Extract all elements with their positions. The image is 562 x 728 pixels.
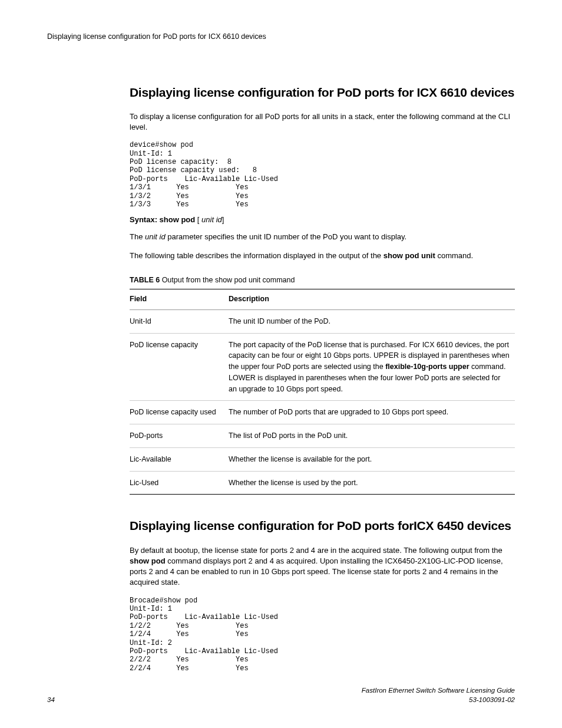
cell-desc: The list of PoD ports in the PoD unit. [229, 424, 515, 448]
table-intro: The following table describes the inform… [130, 251, 515, 261]
desc-bold: flexible-10g-ports upper [385, 363, 469, 371]
cell-desc: Whether the license is available for the… [229, 447, 515, 471]
cell-field: Lic-Used [130, 471, 229, 495]
section2-intro: By default at bootup, the license state … [130, 545, 515, 588]
table-intro-bold: show pod unit [384, 251, 435, 260]
cell-field: PoD license capacity used [130, 401, 229, 424]
cell-field: Lic-Available [130, 447, 229, 471]
footer-docnum: 53-1003091-02 [362, 695, 515, 704]
desc-pre: The unit ID number of the PoD. [229, 317, 330, 325]
section1-intro: To display a license configuration for a… [130, 111, 515, 133]
running-header: Displaying license configuration for PoD… [47, 32, 515, 42]
page-footer: 34 FastIron Ethernet Switch Software Lic… [47, 686, 515, 704]
table-row: PoD-ports The list of PoD ports in the P… [130, 424, 515, 448]
s2-intro-bold: show pod [130, 556, 166, 565]
syntax-arg: unit id [201, 215, 222, 224]
cell-field: Unit-Id [130, 309, 229, 333]
syntax-line: Syntax: show pod [ unit id] [130, 215, 515, 225]
table-row: Lic-Available Whether the license is ava… [130, 447, 515, 471]
table-row: Unit-Id The unit ID number of the PoD. [130, 309, 515, 333]
cell-desc: The port capacity of the PoD license tha… [229, 333, 515, 401]
section1-cli: device#show pod Unit-Id: 1 PoD license c… [130, 141, 515, 209]
table-row: Lic-Used Whether the license is used by … [130, 471, 515, 495]
page-number: 34 [47, 695, 55, 704]
param-pre: The [130, 232, 145, 241]
table-caption-bold: TABLE 6 [130, 276, 160, 284]
table-caption-rest: Output from the show pod unit command [160, 276, 295, 284]
table-row: PoD license capacity The port capacity o… [130, 333, 515, 401]
cell-field: PoD-ports [130, 424, 229, 448]
param-desc: The unit id parameter specifies the unit… [130, 232, 515, 242]
s2-intro-post: command displays port 2 and 4 as acquire… [130, 556, 503, 587]
footer-title: FastIron Ethernet Switch Software Licens… [362, 686, 515, 695]
cell-field: PoD license capacity [130, 333, 229, 401]
section2-cli: Brocade#show pod Unit-Id: 1 PoD-ports Li… [130, 597, 515, 673]
th-field: Field [130, 289, 229, 310]
syntax-open: [ [195, 215, 201, 224]
s2-intro-pre: By default at bootup, the license state … [130, 546, 503, 555]
param-ital: unit id [145, 232, 166, 241]
syntax-label: Syntax: show pod [130, 215, 195, 224]
cell-desc: Whether the license is used by the port. [229, 471, 515, 495]
section2-title: Displaying license configuration for PoD… [130, 517, 515, 534]
th-desc: Description [229, 289, 515, 310]
cell-desc: The number of PoD ports that are upgrade… [229, 401, 515, 424]
desc-pre: Whether the license is used by the port. [229, 479, 358, 487]
output-table: Field Description Unit-Id The unit ID nu… [130, 289, 515, 495]
table-caption: TABLE 6 Output from the show pod unit co… [130, 275, 515, 286]
param-post: parameter specifies the unit ID number o… [166, 232, 406, 241]
desc-pre: The list of PoD ports in the PoD unit. [229, 431, 348, 440]
cell-desc: The unit ID number of the PoD. [229, 309, 515, 333]
table-row: PoD license capacity used The number of … [130, 401, 515, 424]
desc-pre: The number of PoD ports that are upgrade… [229, 408, 448, 416]
syntax-close: ] [222, 215, 224, 224]
table-intro-post: command. [435, 251, 473, 260]
section1-title: Displaying license configuration for PoD… [130, 84, 515, 101]
table-intro-pre: The following table describes the inform… [130, 251, 384, 260]
desc-pre: Whether the license is available for the… [229, 455, 372, 463]
